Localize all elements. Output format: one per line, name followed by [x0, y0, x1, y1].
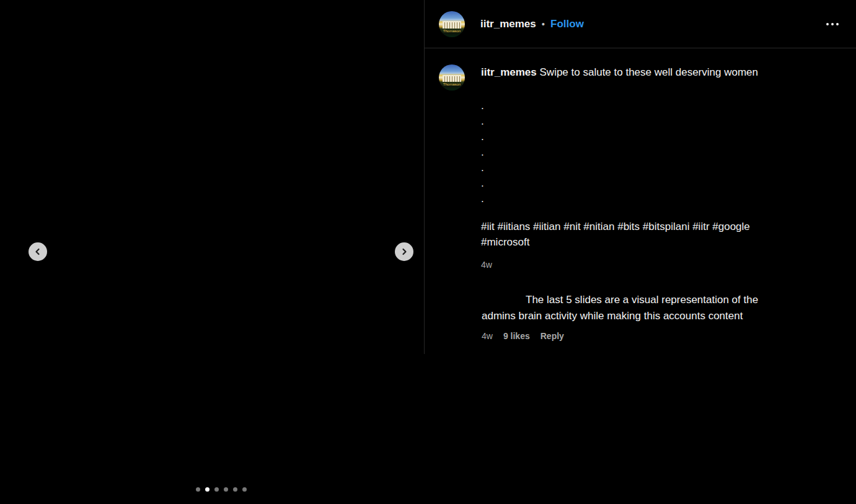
caption-dot-lines: . . . . . . . — [481, 98, 816, 206]
carousel-dot-1[interactable] — [196, 487, 200, 492]
comments-section: iitr_memes Swipe to salute to these well… — [425, 48, 856, 341]
post-detail-pane: iitr_memes • Follow iitr_memes Swipe to … — [424, 0, 856, 354]
caption-timestamp[interactable]: 4w — [481, 257, 492, 273]
chevron-left-icon — [34, 248, 42, 255]
caption-text: Swipe to salute to these well deserving … — [540, 66, 758, 78]
three-dot-menu-icon — [826, 23, 839, 25]
separator-bullet: • — [542, 19, 545, 29]
carousel-dots — [196, 487, 247, 492]
header-name-row: iitr_memes • Follow — [480, 18, 584, 30]
carousel-dot-6[interactable] — [242, 487, 247, 492]
caption-body: iitr_memes Swipe to salute to these well… — [481, 64, 816, 273]
media-pane — [0, 0, 424, 504]
carousel-dot-5[interactable] — [233, 487, 237, 492]
caption-line: iitr_memes Swipe to salute to these well… — [481, 64, 816, 81]
profile-avatar[interactable] — [439, 11, 465, 37]
comment-meta: 4w 9 likes Reply — [482, 331, 817, 341]
carousel-dot-4[interactable] — [224, 487, 228, 492]
comment-text: The last 5 slides are a visual represent… — [482, 292, 817, 324]
caption-row: iitr_memes Swipe to salute to these well… — [439, 64, 856, 273]
post-modal: iitr_memes • Follow iitr_memes Swipe to … — [0, 0, 856, 504]
post-header: iitr_memes • Follow — [425, 0, 856, 48]
caption-hashtags[interactable]: #iit #iitians #iitian #nit #nitian #bits… — [481, 219, 816, 250]
more-options-button[interactable] — [824, 18, 841, 30]
follow-button[interactable]: Follow — [550, 18, 584, 30]
caption-avatar[interactable] — [439, 64, 465, 91]
comment-likes-button[interactable]: 9 likes — [503, 331, 530, 341]
carousel-next-button[interactable] — [395, 242, 413, 261]
carousel-prev-button[interactable] — [29, 242, 47, 261]
caption-username-link[interactable]: iitr_memes — [481, 66, 537, 78]
comment-reply-button[interactable]: Reply — [541, 331, 564, 341]
comment-item: The last 5 slides are a visual represent… — [482, 292, 817, 341]
username-link[interactable]: iitr_memes — [480, 18, 536, 30]
carousel-dot-2[interactable] — [205, 487, 210, 492]
chevron-right-icon — [400, 248, 408, 255]
carousel-dot-3[interactable] — [214, 487, 219, 492]
comment-timestamp: 4w — [482, 331, 493, 341]
